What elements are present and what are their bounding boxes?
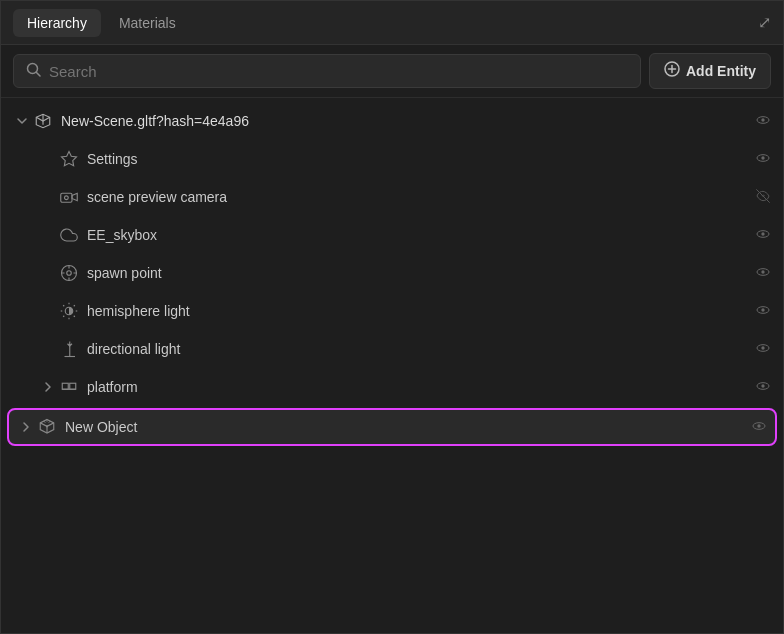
tabs-bar: Hierarchy Materials ⤢: [1, 1, 783, 45]
tree-item-root[interactable]: New-Scene.gltf?hash=4e4a96: [1, 102, 783, 140]
eye-icon-spawn[interactable]: [755, 264, 771, 283]
svg-point-34: [761, 346, 764, 349]
tree-item-hemisphere[interactable]: hemisphere light: [1, 292, 783, 330]
tree-item-spawn[interactable]: spawn point: [1, 254, 783, 292]
svg-line-27: [63, 316, 64, 317]
tabs-list: Hierarchy Materials: [13, 9, 190, 37]
hierarchy-tree: New-Scene.gltf?hash=4e4a96 Settings: [1, 98, 783, 633]
hemisphere-icon: [57, 302, 81, 320]
eye-icon-platform[interactable]: [755, 378, 771, 397]
eye-icon-skybox[interactable]: [755, 226, 771, 245]
toolbar: Add Entity: [1, 45, 783, 98]
scene-icon: [31, 112, 55, 130]
eye-icon-camera-hidden[interactable]: [755, 188, 771, 207]
cube-icon: [35, 418, 59, 436]
platform-icon: [57, 378, 81, 396]
add-entity-icon: [664, 61, 680, 81]
tree-item-label-settings: Settings: [87, 151, 755, 167]
svg-rect-35: [62, 383, 68, 389]
svg-point-12: [65, 196, 69, 200]
tree-item-directional[interactable]: directional light: [1, 330, 783, 368]
tab-hierarchy[interactable]: Hierarchy: [13, 9, 101, 37]
tree-item-label-platform: platform: [87, 379, 755, 395]
search-icon: [26, 62, 41, 80]
svg-marker-11: [72, 193, 77, 201]
settings-icon: [57, 150, 81, 168]
tree-item-label-directional: directional light: [87, 341, 755, 357]
svg-point-19: [761, 270, 764, 273]
eye-icon-hemisphere[interactable]: [755, 302, 771, 321]
tree-item-camera[interactable]: scene preview camera: [1, 178, 783, 216]
eye-icon-root[interactable]: [755, 112, 771, 131]
svg-marker-7: [62, 152, 77, 166]
chevron-right-newobject: [17, 421, 35, 433]
svg-line-1: [37, 73, 41, 77]
tree-item-label-camera: scene preview camera: [87, 189, 755, 205]
chevron-down-icon: [13, 115, 31, 127]
search-input[interactable]: [49, 63, 628, 80]
tree-item-new-object[interactable]: New Object: [7, 408, 777, 446]
svg-point-15: [761, 232, 764, 235]
svg-point-17: [67, 271, 72, 276]
maximize-icon[interactable]: ⤢: [758, 13, 771, 32]
svg-line-28: [74, 305, 75, 306]
svg-rect-36: [70, 383, 76, 389]
spawn-icon: [57, 264, 81, 282]
svg-point-39: [761, 384, 764, 387]
tree-item-label-root: New-Scene.gltf?hash=4e4a96: [61, 113, 755, 129]
cloud-icon: [57, 226, 81, 244]
tab-materials[interactable]: Materials: [105, 9, 190, 37]
eye-icon-directional[interactable]: [755, 340, 771, 359]
svg-point-6: [761, 118, 764, 121]
eye-icon-newobject[interactable]: [751, 418, 767, 437]
tree-item-label-spawn: spawn point: [87, 265, 755, 281]
tree-item-platform[interactable]: platform: [1, 368, 783, 406]
svg-line-23: [63, 305, 64, 306]
search-box[interactable]: [13, 54, 641, 88]
panel: Hierarchy Materials ⤢: [0, 0, 784, 634]
tree-item-label-newobject: New Object: [65, 419, 751, 435]
tree-item-label-hemisphere: hemisphere light: [87, 303, 755, 319]
chevron-right-platform: [39, 381, 57, 393]
tree-item-settings[interactable]: Settings: [1, 140, 783, 178]
tree-item-label-skybox: EE_skybox: [87, 227, 755, 243]
camera-icon: [57, 188, 81, 206]
add-entity-label: Add Entity: [686, 63, 756, 79]
svg-line-24: [74, 316, 75, 317]
svg-point-41: [46, 425, 48, 427]
svg-point-43: [757, 424, 760, 427]
svg-rect-10: [61, 193, 72, 202]
svg-point-30: [761, 308, 764, 311]
tree-item-skybox[interactable]: EE_skybox: [1, 216, 783, 254]
eye-icon-settings[interactable]: [755, 150, 771, 169]
add-entity-button[interactable]: Add Entity: [649, 53, 771, 89]
svg-point-9: [761, 156, 764, 159]
directional-icon: [57, 340, 81, 358]
